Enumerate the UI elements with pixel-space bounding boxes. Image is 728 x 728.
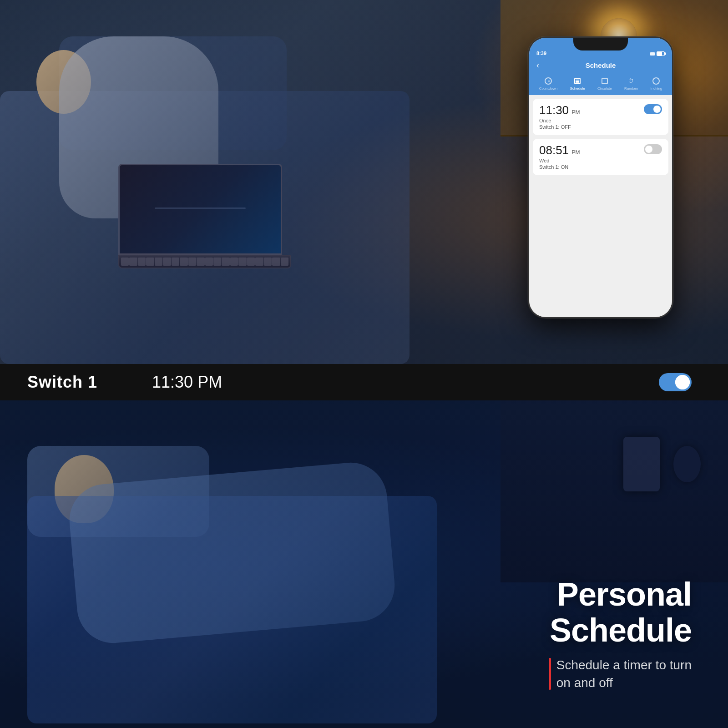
bedside-item	[623, 437, 660, 491]
phone-notch	[573, 38, 628, 51]
personal-schedule-title: Personal Schedule	[419, 576, 692, 648]
circulate-icon	[600, 76, 609, 86]
schedule-day-1: Once	[539, 118, 662, 123]
schedule-action-1: Switch 1: OFF	[539, 124, 662, 130]
divider-switch-label: Switch 1	[27, 373, 97, 392]
sleep-body	[66, 460, 398, 646]
phone-status-icons	[650, 51, 665, 56]
bottom-section: Personal Schedule Schedule a timer to tu…	[0, 400, 728, 728]
laptop-screen	[118, 164, 282, 255]
divider-toggle-knob	[675, 375, 690, 389]
tab-random-label: Random	[624, 86, 638, 91]
tab-circulate[interactable]: Circulate	[597, 76, 612, 91]
tab-countdown-label: Countdown	[539, 86, 557, 91]
battery-icon	[657, 51, 665, 56]
tab-random[interactable]: ⏱ Random	[624, 76, 638, 91]
schedule-icon	[573, 76, 582, 86]
schedule-content: 11:30 PM Once Switch 1: OFF 08:51	[529, 95, 672, 317]
back-button[interactable]: ‹	[536, 61, 539, 70]
divider-bar: Switch 1 11:30 PM	[0, 364, 728, 400]
phone-mockup: 8:39 ‹ Schedule	[528, 36, 673, 318]
app-tab-bar: Countdown Schedule Circulate	[529, 75, 672, 95]
subtitle-text: Schedule a timer to turn on and off	[556, 656, 692, 692]
phone-time: 8:39	[536, 51, 546, 56]
inching-icon	[652, 76, 661, 86]
schedule-action-2: Switch 1: ON	[539, 164, 662, 170]
red-accent-bar	[549, 658, 551, 690]
tab-circulate-label: Circulate	[597, 86, 612, 91]
schedule-item-2: 08:51 PM Wed Switch 1: ON	[533, 139, 668, 175]
wifi-icon	[650, 52, 655, 56]
divider-time-label: 11:30 PM	[152, 373, 222, 392]
laptop-keyboard	[118, 255, 291, 268]
schedule-item-1: 11:30 PM Once Switch 1: OFF	[533, 99, 668, 135]
personal-schedule-subtitle: Schedule a timer to turn on and off	[419, 656, 692, 692]
phone-body: 8:39 ‹ Schedule	[528, 36, 673, 318]
schedule-toggle-1[interactable]	[644, 104, 662, 114]
app-header: ‹ Schedule	[529, 58, 672, 75]
schedule-item-2-top: 08:51 PM	[539, 144, 662, 156]
schedule-day-2: Wed	[539, 158, 662, 163]
bedside-object	[673, 446, 701, 482]
laptop	[118, 164, 291, 273]
schedule-item-1-top: 11:30 PM	[539, 104, 662, 116]
tab-schedule-label: Schedule	[570, 86, 585, 91]
tab-schedule[interactable]: Schedule	[570, 76, 585, 91]
tab-inching-label: Inching	[651, 86, 662, 91]
random-icon: ⏱	[627, 76, 636, 86]
schedule-time-2: 08:51 PM	[539, 144, 580, 156]
tab-inching[interactable]: Inching	[651, 76, 662, 91]
divider-toggle[interactable]	[659, 373, 692, 391]
bedside-area	[500, 400, 728, 582]
sleeping-person	[27, 428, 437, 701]
tab-countdown[interactable]: Countdown	[539, 76, 557, 91]
top-section: 8:39 ‹ Schedule	[0, 0, 728, 364]
person-using-laptop	[36, 36, 355, 300]
subtitle-line1: Schedule a timer to turn	[556, 658, 692, 672]
battery-fill	[657, 52, 662, 56]
schedule-time-1: 11:30 PM	[539, 104, 580, 116]
bottom-text-overlay: Personal Schedule Schedule a timer to tu…	[419, 576, 692, 692]
countdown-icon	[544, 76, 553, 86]
schedule-toggle-2[interactable]	[644, 144, 662, 154]
subtitle-line2: on and off	[556, 676, 613, 690]
app-title: Schedule	[586, 61, 616, 69]
phone-screen: 8:39 ‹ Schedule	[529, 38, 672, 317]
